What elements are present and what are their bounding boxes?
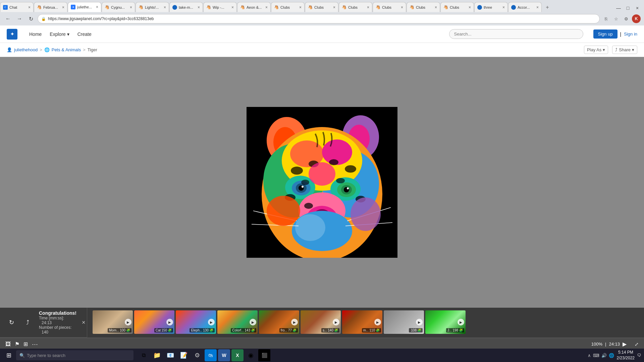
tab-close-cygnus[interactable]: × xyxy=(128,5,132,10)
bookmark-button[interactable]: ☆ xyxy=(612,14,621,23)
outlook-button[interactable]: 📧 xyxy=(164,349,176,361)
tab-clubs6[interactable]: 🐴 Clubs × xyxy=(440,2,474,12)
store-button[interactable]: 🛍 xyxy=(205,349,217,361)
tab-three[interactable]: three × xyxy=(474,2,508,12)
forward-button[interactable]: → xyxy=(15,14,24,23)
refresh-icon[interactable]: ↻ xyxy=(5,316,17,328)
back-button[interactable]: ← xyxy=(3,14,13,23)
more-tools-button[interactable]: ⋯ xyxy=(32,341,38,348)
tab-accord[interactable]: Accor... × xyxy=(508,2,542,12)
carousel-item-7[interactable]: ▶ 108 🧩 xyxy=(384,310,424,334)
url-bar[interactable]: 🔒 https://www.jigsawplanet.com/?rc=play&… xyxy=(38,14,600,23)
carousel-item-3[interactable]: ▶ Colorf... 143 🧩 xyxy=(217,310,258,334)
thumb-play-6[interactable]: ▶ xyxy=(374,319,381,325)
tab-close-clubs6[interactable]: × xyxy=(467,5,471,10)
breadcrumb-category[interactable]: Pets & Animals xyxy=(52,47,81,52)
thumb-play-1[interactable]: ▶ xyxy=(166,319,173,325)
thumb-play-3[interactable]: ▶ xyxy=(250,319,256,325)
tab-close-lights[interactable]: × xyxy=(162,5,166,10)
volume-icon[interactable]: 🔊 xyxy=(601,353,607,358)
extensions-button[interactable]: ⚙ xyxy=(622,14,631,23)
file-explorer-button[interactable]: 📁 xyxy=(151,349,163,361)
tab-close-accord[interactable]: × xyxy=(535,5,539,10)
reload-button[interactable]: ↻ xyxy=(26,14,36,23)
cast-button[interactable]: ⎘ xyxy=(602,14,610,23)
task-view-button[interactable]: ⧉ xyxy=(138,349,150,361)
play-as-button[interactable]: Play As ▾ xyxy=(584,46,608,54)
breadcrumb-user[interactable]: juliethehood xyxy=(14,47,38,52)
word-button[interactable]: W xyxy=(218,349,230,361)
system-clock[interactable]: 5:14 PM 2/23/2022 xyxy=(617,350,635,361)
signup-button[interactable]: Sign up xyxy=(593,29,618,39)
flag-tool-button[interactable]: ⚑ xyxy=(15,341,19,347)
tab-clubs5[interactable]: 🐴 Clubs × xyxy=(407,2,440,12)
carousel-item-0[interactable]: ▶ Mom... 100 🧩 xyxy=(93,310,133,334)
nav-explore[interactable]: Explore ▾ xyxy=(46,29,72,39)
tab-close-wip[interactable]: × xyxy=(230,5,234,10)
tab-close-clubs4[interactable]: × xyxy=(399,5,403,10)
share-action-icon[interactable]: ⤴ xyxy=(21,316,34,328)
website: ✦ Home Explore ▾ Create Sign up | Sign i… xyxy=(0,25,644,362)
close-button[interactable]: × xyxy=(633,4,641,12)
sticky-notes-button[interactable]: 📝 xyxy=(178,349,190,361)
tab-chat[interactable]: C Chat × xyxy=(0,2,34,12)
play-pause-button[interactable]: ▶ xyxy=(623,341,627,347)
tab-take-m[interactable]: take-m... × xyxy=(169,2,203,12)
minimize-button[interactable]: — xyxy=(614,4,623,12)
tab-close-clubs2[interactable]: × xyxy=(332,5,335,10)
tab-aeon[interactable]: 🐴 Aeon &... × xyxy=(237,2,271,12)
expand-button[interactable]: ⤢ xyxy=(635,342,639,347)
carousel-item-4[interactable]: ▶ fro... 77 🧩 xyxy=(259,310,299,334)
thumb-play-8[interactable]: ▶ xyxy=(458,319,464,325)
tab-close-take-m[interactable]: × xyxy=(196,5,200,10)
chrome-button[interactable]: ◉ xyxy=(245,349,257,361)
tab-wip[interactable]: 🐴 Wip -... × xyxy=(203,2,237,12)
tab-close-aeon[interactable]: × xyxy=(264,5,268,10)
tab-february[interactable]: 🐴 Februa... × xyxy=(34,2,67,12)
thumb-play-2[interactable]: ▶ xyxy=(208,319,215,325)
tab-clubs4[interactable]: 🐴 Clubs × xyxy=(373,2,406,12)
tab-close-clubs3[interactable]: × xyxy=(366,5,369,10)
photo-tool-button[interactable]: 🖼 xyxy=(5,341,11,347)
grid-tool-button[interactable]: ⊞ xyxy=(23,341,28,347)
tab-close-juliethehood[interactable]: × xyxy=(95,5,98,9)
tab-clubs1[interactable]: 🐴 Clubs × xyxy=(271,2,305,12)
carousel-item-5[interactable]: ▶ s... 140 🧩 xyxy=(301,310,341,334)
carousel-item-6[interactable]: ▶ m... 110 🧩 xyxy=(342,310,382,334)
tab-close-chat[interactable]: × xyxy=(27,5,31,10)
tab-add-button[interactable]: + xyxy=(543,3,552,12)
taskbar-search[interactable]: 🔍 Type here to search xyxy=(16,350,133,360)
carousel-item-1[interactable]: ▶ Cat 150 🧩 xyxy=(134,310,174,334)
thumb-play-7[interactable]: ▶ xyxy=(416,319,423,325)
tab-lights[interactable]: 🐴 Lights!... × xyxy=(136,2,169,12)
tab-clubs3[interactable]: 🐴 Clubs × xyxy=(339,2,372,12)
terminal-button[interactable]: ⬛ xyxy=(258,349,270,361)
tab-close-february[interactable]: × xyxy=(61,5,64,10)
network-icon[interactable]: 🌐 xyxy=(609,353,614,358)
tab-close-clubs1[interactable]: × xyxy=(298,5,302,10)
thumb-play-0[interactable]: ▶ xyxy=(125,319,131,325)
signin-button[interactable]: Sign in xyxy=(624,32,637,37)
excel-button[interactable]: X xyxy=(231,349,244,361)
carousel-item-8[interactable]: ▶ J... 198 🧩 xyxy=(425,310,466,334)
site-logo[interactable]: ✦ xyxy=(7,29,17,40)
start-button[interactable]: ⊞ xyxy=(3,349,15,361)
tab-juliethehood[interactable]: ✦ juliethe... × xyxy=(68,2,101,12)
tab-cygnus[interactable]: 🐴 Cygnu... × xyxy=(102,2,135,12)
profile-button[interactable]: K xyxy=(632,14,641,23)
tab-close-three[interactable]: × xyxy=(501,5,505,10)
share-button[interactable]: ⤴ Share ▾ xyxy=(612,46,637,54)
carousel-item-2[interactable]: ▶ Eleph... 130 🧩 xyxy=(176,310,216,334)
thumb-play-4[interactable]: ▶ xyxy=(291,319,298,325)
nav-create[interactable]: Create xyxy=(74,29,95,39)
search-input[interactable] xyxy=(449,29,583,39)
nav-home[interactable]: Home xyxy=(26,29,45,39)
chevron-up-icon[interactable]: ∧ xyxy=(588,353,591,358)
settings-button[interactable]: ⚙ xyxy=(191,349,203,361)
notifications-icon[interactable]: 🗨 xyxy=(637,353,641,358)
tab-close-clubs5[interactable]: × xyxy=(433,5,437,10)
close-panel-button[interactable]: × xyxy=(82,319,86,326)
thumb-play-5[interactable]: ▶ xyxy=(333,319,339,325)
restore-button[interactable]: □ xyxy=(624,4,632,12)
tab-clubs2[interactable]: 🐴 Clubs × xyxy=(305,2,338,12)
